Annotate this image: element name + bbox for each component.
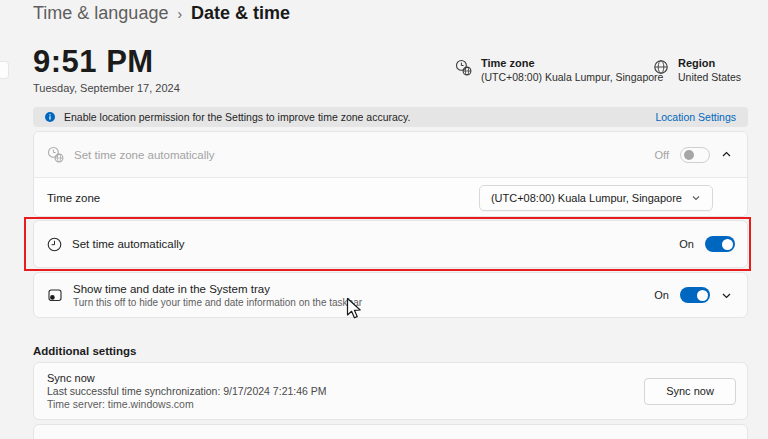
timezone-auto-expander-card: Set time zone automatically Off Time zon…	[33, 131, 748, 217]
page-title: Date & time	[191, 3, 290, 24]
clock-globe-icon	[47, 146, 64, 163]
breadcrumb-parent[interactable]: Time & language	[33, 3, 168, 24]
set-timezone-auto-state: Off	[655, 149, 669, 161]
breadcrumb-separator-icon: ›	[177, 5, 182, 22]
region-label: Region	[678, 56, 741, 70]
timezone-select-row: Time zone (UTC+08:00) Kuala Lumpur, Sing…	[34, 178, 747, 217]
sync-title: Sync now	[47, 372, 327, 384]
partially-visible-card	[33, 424, 748, 439]
set-timezone-auto-label: Set time zone automatically	[74, 149, 215, 161]
region-value: United States	[678, 70, 741, 84]
sync-card: Sync now Last successful time synchroniz…	[33, 362, 748, 420]
location-permission-banner: Enable location permission for the Setti…	[33, 107, 748, 127]
timezone-dropdown-value: (UTC+08:00) Kuala Lumpur, Singapore	[491, 192, 682, 204]
set-time-auto-state: On	[679, 238, 694, 250]
info-icon	[45, 112, 55, 122]
set-time-auto-card: Set time automatically On	[33, 220, 748, 268]
set-time-auto-label: Set time automatically	[72, 238, 185, 250]
tray-description: Turn this off to hide your time and date…	[73, 297, 362, 308]
chevron-down-icon[interactable]	[721, 290, 732, 301]
set-timezone-auto-row[interactable]: Set time zone automatically Off	[34, 132, 747, 178]
clock-icon	[47, 237, 62, 252]
tray-time-card: Show time and date in the System tray Tu…	[33, 272, 748, 318]
location-settings-link[interactable]: Location Settings	[655, 111, 736, 123]
header-timezone-group: Time zone (UTC+08:00) Kuala Lumpur, Sing…	[455, 56, 663, 84]
current-date: Tuesday, September 17, 2024	[33, 82, 180, 94]
timezone-clock-globe-icon	[455, 59, 472, 76]
left-edge-partial-element	[0, 61, 9, 79]
current-time: 9:51 PM	[33, 44, 154, 80]
chevron-down-icon	[691, 193, 701, 203]
timezone-label: Time zone	[481, 56, 663, 70]
header-region-group: Region United States	[653, 56, 741, 84]
system-tray-icon	[47, 287, 63, 303]
additional-settings-heading: Additional settings	[33, 345, 137, 357]
banner-message: Enable location permission for the Setti…	[64, 111, 410, 123]
timezone-row-label: Time zone	[47, 192, 100, 204]
tray-toggle[interactable]	[680, 287, 710, 303]
timezone-value: (UTC+08:00) Kuala Lumpur, Singapore	[481, 70, 663, 84]
set-time-auto-toggle[interactable]	[705, 236, 735, 252]
sync-last-success: Last successful time synchronization: 9/…	[47, 385, 327, 397]
sync-time-server: Time server: time.windows.com	[47, 398, 327, 410]
sync-now-button[interactable]: Sync now	[644, 378, 736, 405]
date-time-settings-page: Time & language › Date & time 9:51 PM Tu…	[0, 0, 768, 439]
breadcrumb: Time & language › Date & time	[33, 3, 290, 24]
set-timezone-auto-toggle[interactable]	[680, 147, 710, 163]
tray-state: On	[654, 289, 669, 301]
timezone-dropdown[interactable]: (UTC+08:00) Kuala Lumpur, Singapore	[479, 185, 713, 211]
globe-icon	[653, 59, 669, 75]
tray-label: Show time and date in the System tray	[73, 283, 362, 295]
chevron-up-icon[interactable]	[721, 149, 732, 160]
